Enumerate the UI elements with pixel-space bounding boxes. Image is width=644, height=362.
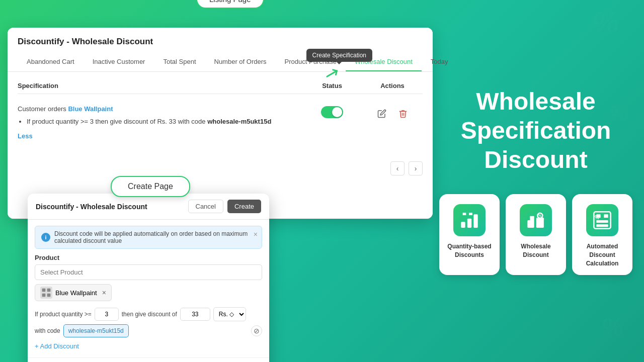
delete-icon[interactable] xyxy=(395,106,411,121)
create-spec-tooltip: Create Specification xyxy=(306,49,372,62)
create-page-button[interactable]: Create Page xyxy=(111,176,190,197)
dialog-body: Product Blue Wallpaint × If product quan… xyxy=(28,254,269,357)
automated-icon: % xyxy=(586,204,618,236)
svg-rect-5 xyxy=(467,219,471,228)
rule-remove-icon[interactable]: ⊘ xyxy=(251,325,262,336)
spec-status-toggle[interactable] xyxy=(321,106,343,118)
svg-rect-21 xyxy=(596,225,600,227)
listing-card-title: Discountify - Wholesale Discount xyxy=(8,28,433,47)
listing-page-button[interactable]: Listing Page xyxy=(196,0,264,9)
spec-description: Customer orders Blue Wallpaint If produc… xyxy=(18,104,302,141)
feature-label-automated: Automated Discount Calculation xyxy=(578,242,626,267)
svg-rect-19 xyxy=(600,220,604,223)
product-field-label: Product xyxy=(35,254,262,261)
pagination: ‹ › xyxy=(8,155,433,182)
edit-icon[interactable] xyxy=(374,106,389,121)
feature-cards: Quantity-based Discounts % Wholesale Dis… xyxy=(439,194,632,275)
feature-label-wholesale: Wholesale Discount xyxy=(512,242,560,259)
svg-rect-18 xyxy=(596,220,600,223)
wholesale-icon: % xyxy=(520,204,552,236)
svg-rect-7 xyxy=(463,213,466,215)
spec-row: Customer orders Blue Wallpaint If produc… xyxy=(18,100,423,145)
svg-rect-20 xyxy=(604,220,608,223)
main-card: Discountify - Wholesale Discount Abandon… xyxy=(8,28,433,219)
spec-status-toggle-wrapper xyxy=(302,104,362,118)
svg-rect-17 xyxy=(604,215,608,218)
svg-rect-1 xyxy=(47,289,51,292)
svg-rect-9 xyxy=(527,220,534,228)
quantity-icon xyxy=(453,204,486,236)
next-page-btn[interactable]: › xyxy=(409,161,423,175)
spec-product-link[interactable]: Blue Wallpaint xyxy=(68,105,113,113)
tab-abandoned-cart[interactable]: Abandoned Cart xyxy=(18,53,84,71)
product-tag: Blue Wallpaint × xyxy=(35,284,112,301)
spec-table: Specification Status Actions Customer or… xyxy=(8,72,433,155)
tab-number-of-orders[interactable]: Number of Orders xyxy=(205,53,276,71)
tab-total-spent[interactable]: Total Spent xyxy=(154,53,205,71)
spec-customer-text: Customer orders xyxy=(18,105,68,113)
rule-give-text: then give discount of xyxy=(122,311,177,318)
right-panel: WholesaleSpecificationDiscount Quantity-… xyxy=(428,0,644,362)
svg-rect-22 xyxy=(600,225,604,227)
spec-less-link[interactable]: Less xyxy=(18,131,302,142)
product-select-input[interactable] xyxy=(35,264,262,280)
spec-code: wholesale-m5ukt15d xyxy=(207,118,271,125)
rule-code-prefix-text: with code xyxy=(35,327,60,334)
product-remove-icon[interactable]: × xyxy=(102,289,106,297)
listing-card: Discountify - Wholesale Discount Abandon… xyxy=(8,28,433,219)
info-icon: i xyxy=(41,233,50,242)
tabs-bar: Abandoned Cart Inactive Customer Total S… xyxy=(8,53,433,72)
feature-label-quantity: Quantity-based Discounts xyxy=(445,242,494,259)
discount-amount-input[interactable] xyxy=(180,308,210,321)
currency-select[interactable]: Rs. ◇ $ % xyxy=(213,307,246,321)
dialog-cancel-btn-top[interactable]: Cancel xyxy=(188,200,223,213)
svg-rect-10 xyxy=(530,216,534,221)
svg-rect-23 xyxy=(604,225,608,227)
discount-code-input[interactable] xyxy=(63,324,129,337)
dialog-footer: Cancel Create xyxy=(28,357,269,362)
prev-page-btn[interactable]: ‹ xyxy=(390,161,405,175)
svg-text:%: % xyxy=(595,215,599,221)
quantity-input[interactable] xyxy=(95,308,119,321)
svg-rect-8 xyxy=(469,213,472,215)
dialog-header-actions: Cancel Create xyxy=(188,200,262,213)
product-tag-label: Blue Wallpaint xyxy=(55,289,97,297)
rule-prefix-text: If product quantity >= xyxy=(35,311,92,318)
info-banner: i Discount code will be applied automati… xyxy=(35,226,262,249)
info-close-icon[interactable]: × xyxy=(254,230,258,238)
dialog-header: Discountify - Wholesale Discount Cancel … xyxy=(28,194,269,220)
svg-text:%: % xyxy=(538,214,541,218)
svg-rect-3 xyxy=(47,294,51,297)
dialog-create-btn-top[interactable]: Create xyxy=(227,200,261,213)
spec-header-specification: Specification xyxy=(18,82,302,89)
add-discount-button[interactable]: + Add Discount xyxy=(35,342,79,350)
svg-rect-2 xyxy=(42,294,46,297)
feature-card-quantity: Quantity-based Discounts xyxy=(439,194,500,275)
tab-inactive-customer[interactable]: Inactive Customer xyxy=(84,53,154,71)
create-dialog: Discountify - Wholesale Discount Cancel … xyxy=(28,194,269,362)
feature-card-wholesale: % Wholesale Discount xyxy=(506,194,566,275)
svg-rect-11 xyxy=(536,218,544,228)
dialog-title: Discountify - Wholesale Discount xyxy=(36,203,147,211)
product-thumbnail xyxy=(40,287,52,299)
spec-table-headers: Specification Status Actions xyxy=(18,82,423,94)
discount-rule: If product quantity >= then give discoun… xyxy=(35,307,262,337)
svg-rect-4 xyxy=(461,222,465,228)
right-panel-title: WholesaleSpecificationDiscount xyxy=(461,87,611,174)
spec-rule-text: If product quantity >= 3 then give disco… xyxy=(27,117,302,127)
info-text: Discount code will be applied automatica… xyxy=(54,230,256,244)
svg-rect-6 xyxy=(473,215,477,228)
feature-card-automated: % Automated Discount Calculation xyxy=(572,194,632,275)
spec-header-actions: Actions xyxy=(362,82,423,89)
spec-actions xyxy=(362,104,423,121)
svg-rect-0 xyxy=(42,289,46,292)
